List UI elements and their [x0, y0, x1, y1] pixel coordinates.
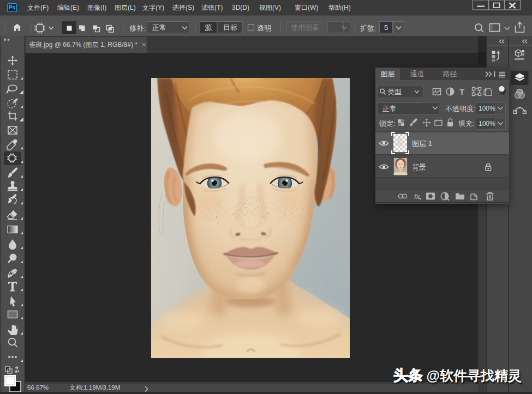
svg-text:fx: fx — [414, 192, 421, 201]
svg-text:使用图案: 使用图案 — [291, 23, 319, 32]
svg-text:类型: 类型 — [387, 88, 402, 96]
svg-text:修补:: 修补: — [129, 24, 146, 32]
svg-text:背景: 背景 — [412, 163, 426, 171]
svg-text:填充:: 填充: — [458, 119, 475, 128]
svg-text:扩散:: 扩散: — [360, 24, 376, 32]
svg-text:5: 5 — [384, 23, 388, 32]
svg-text:锁定:: 锁定: — [379, 119, 396, 128]
svg-text:源: 源 — [205, 23, 212, 32]
svg-text:目标: 目标 — [223, 23, 237, 32]
svg-text:100%: 100% — [479, 105, 495, 112]
svg-text:T: T — [459, 87, 464, 96]
svg-text:100%: 100% — [479, 120, 495, 128]
svg-text:透明: 透明 — [257, 24, 271, 32]
svg-text:正常: 正常 — [152, 23, 166, 32]
svg-text:不透明度:: 不透明度: — [445, 105, 476, 113]
svg-text:正常: 正常 — [382, 105, 397, 113]
svg-text:图层 1: 图层 1 — [412, 140, 432, 148]
